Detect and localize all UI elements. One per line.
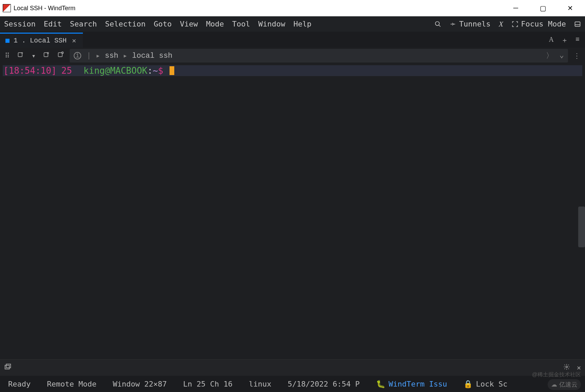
- focus-mode-button[interactable]: Focus Mode: [512, 20, 566, 28]
- menu-session[interactable]: Session: [4, 20, 36, 28]
- prompt-path: ~: [153, 66, 158, 76]
- panel-bar: ✕: [0, 359, 585, 376]
- tunnels-button[interactable]: Tunnels: [449, 20, 491, 28]
- panel-close-icon[interactable]: ✕: [577, 363, 581, 372]
- menu-selection[interactable]: Selection: [105, 20, 145, 28]
- lock-icon: 🔒: [463, 380, 473, 388]
- tunnels-label: Tunnels: [459, 20, 491, 28]
- status-datetime: 5/18/2022 6:54 P: [288, 380, 360, 388]
- svg-line-1: [439, 25, 441, 26]
- svg-rect-12: [5, 365, 10, 369]
- window-title: Local SSH - WindTerm: [14, 5, 75, 12]
- svg-point-14: [566, 366, 567, 368]
- status-window-size: Window 22×87: [113, 380, 167, 388]
- menu-mode[interactable]: Mode: [206, 20, 224, 28]
- panel-icon[interactable]: [574, 21, 581, 28]
- reconnect-icon[interactable]: [55, 50, 66, 61]
- watermark-label: 亿速云: [559, 380, 578, 389]
- chevron-right-icon[interactable]: 〉: [546, 51, 553, 61]
- svg-point-11: [62, 52, 64, 54]
- menu-edit[interactable]: Edit: [44, 20, 62, 28]
- line-number: 25: [61, 66, 72, 76]
- font-button[interactable]: A: [549, 36, 554, 45]
- caterpillar-icon: 🐛: [376, 380, 385, 388]
- vertical-scrollbar[interactable]: [578, 207, 585, 247]
- watermark-badge: ☁ 亿速云: [548, 379, 581, 390]
- breadcrumb-item-local-ssh[interactable]: local ssh: [132, 52, 173, 60]
- separator: |: [87, 52, 91, 60]
- svg-rect-4: [18, 53, 22, 57]
- new-session-icon[interactable]: [15, 50, 26, 61]
- new-tab-button[interactable]: ＋: [561, 36, 568, 45]
- menu-goto[interactable]: Goto: [154, 20, 172, 28]
- svg-point-0: [436, 21, 440, 25]
- maximize-button[interactable]: ▢: [536, 4, 550, 12]
- menu-window[interactable]: Window: [258, 20, 285, 28]
- watermark-text: @稀土掘金技术社区: [532, 371, 581, 378]
- prompt-at: @: [105, 66, 110, 76]
- settings-icon[interactable]: [563, 363, 570, 372]
- toolbar: ⠿ ▾ i | ▶ ssh ▶ local ssh 〉 ⌄ ⋮: [0, 48, 585, 64]
- status-ready: Ready: [8, 380, 31, 388]
- svg-rect-2: [575, 22, 580, 26]
- focus-mode-label: Focus Mode: [521, 20, 566, 28]
- cursor-icon: [170, 66, 174, 75]
- tab-menu-button[interactable]: ≡: [575, 36, 580, 45]
- tab-close-icon[interactable]: ✕: [71, 36, 77, 45]
- breadcrumb-arrow-icon: ▶: [124, 53, 126, 59]
- status-link-label: WindTerm Issu: [389, 380, 447, 388]
- status-mode[interactable]: Remote Mode: [47, 380, 96, 388]
- close-session-icon[interactable]: [41, 50, 52, 61]
- breadcrumb-item-ssh[interactable]: ssh: [105, 52, 119, 60]
- panel-stack-icon[interactable]: [4, 363, 12, 372]
- tab-label: Local SSH: [30, 37, 67, 44]
- cloud-icon: ☁: [551, 381, 557, 388]
- status-link[interactable]: 🐛 WindTerm Issu: [376, 380, 447, 388]
- status-cursor: Ln 25 Ch 16: [183, 380, 233, 388]
- app-icon: [3, 4, 11, 12]
- prompt-text: king@MACBOOK:~$: [84, 66, 163, 76]
- search-icon[interactable]: [435, 21, 441, 28]
- drag-handle-icon[interactable]: ⠿: [3, 50, 12, 61]
- prompt-user: king: [84, 66, 105, 76]
- menu-help[interactable]: Help: [294, 20, 312, 28]
- more-icon[interactable]: ⋮: [571, 50, 582, 61]
- close-button[interactable]: ✕: [563, 4, 577, 12]
- menu-view[interactable]: View: [180, 20, 198, 28]
- chevron-down-icon[interactable]: ⌄: [560, 51, 564, 61]
- x-button[interactable]: X: [499, 20, 503, 29]
- svg-rect-13: [6, 364, 11, 368]
- tab-local-ssh[interactable]: 1.Local SSH ✕: [0, 33, 83, 48]
- tab-index: 1: [14, 37, 18, 44]
- menu-bar: Session Edit Search Selection Goto View …: [0, 16, 585, 33]
- menu-search[interactable]: Search: [70, 20, 97, 28]
- status-lock[interactable]: 🔒 Lock Sc: [463, 380, 508, 388]
- tab-bar: 1.Local SSH ✕ A ＋ ≡: [0, 33, 585, 48]
- prompt-host: MACBOOK: [110, 66, 147, 76]
- terminal-line: [18:54:10] 25 king@MACBOOK:~$: [3, 65, 582, 76]
- tab-indicator-icon: [5, 39, 10, 43]
- status-lock-label: Lock Sc: [476, 380, 508, 388]
- timestamp: [18:54:10]: [3, 66, 57, 76]
- status-bar: Ready Remote Mode Window 22×87 Ln 25 Ch …: [0, 376, 585, 392]
- info-icon[interactable]: i: [74, 52, 81, 59]
- minimize-button[interactable]: ─: [509, 4, 522, 12]
- prompt-sep: :: [147, 66, 153, 76]
- status-os: linux: [249, 380, 271, 388]
- menu-tool[interactable]: Tool: [232, 20, 250, 28]
- title-bar: Local SSH - WindTerm ─ ▢ ✕: [0, 0, 585, 16]
- breadcrumb-bar: i | ▶ ssh ▶ local ssh 〉 ⌄: [70, 49, 568, 63]
- prompt-dollar: $: [158, 66, 163, 76]
- breadcrumb-arrow-icon: ▶: [96, 53, 99, 59]
- dropdown-icon[interactable]: ▾: [30, 50, 38, 61]
- terminal-area[interactable]: [18:54:10] 25 king@MACBOOK:~$: [0, 64, 585, 359]
